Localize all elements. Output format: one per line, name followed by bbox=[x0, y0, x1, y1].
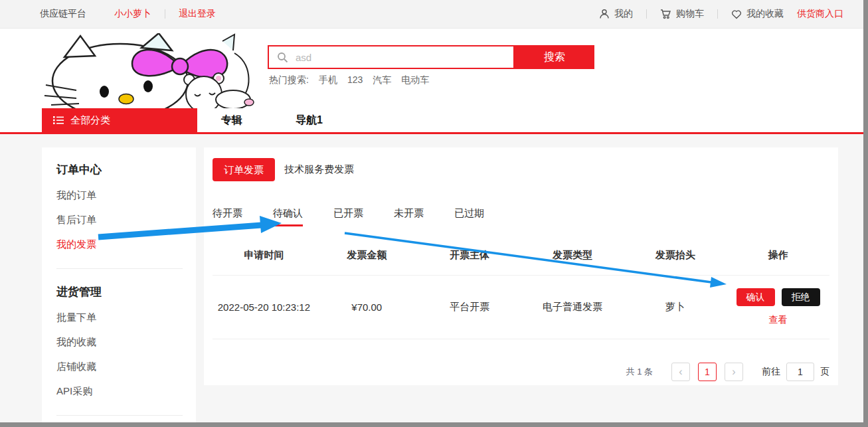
col-amount: 发票金额 bbox=[315, 249, 418, 262]
invoice-table-row: 2022-05-20 10:23:12 ¥70.00 平台开票 电子普通发票 萝… bbox=[213, 276, 829, 339]
pagination: 共 1 条 ‹ 1 › 前往 页 bbox=[213, 363, 829, 381]
favorites-link[interactable]: 我的收藏 bbox=[731, 8, 784, 20]
col-issuer: 开票主体 bbox=[418, 249, 521, 262]
sidebar-item-api-purchase[interactable]: API采购 bbox=[56, 385, 183, 398]
goto-page-group: 前往 页 bbox=[762, 363, 829, 381]
topbar-right-group: 我的 购物车 我的收藏 供货商入口 bbox=[599, 8, 843, 20]
main-nav: 专辑 导航1 bbox=[221, 108, 323, 132]
tab-pending-confirm[interactable]: 待确认 bbox=[273, 207, 303, 220]
hot-keyword[interactable]: 手机 bbox=[319, 74, 337, 86]
tab-not-issued[interactable]: 未开票 bbox=[394, 207, 424, 220]
sidebar-section-purchasing: 进货管理 批量下单 我的收藏 店铺收藏 API采购 bbox=[56, 268, 183, 415]
col-apply-time: 申请时间 bbox=[213, 249, 315, 262]
view-link[interactable]: 查看 bbox=[769, 314, 788, 326]
cart-icon bbox=[660, 9, 671, 19]
invoice-panel: 订单发票 技术服务费发票 待开票 待确认 已开票 未开票 已过期 申请时间 发票… bbox=[204, 147, 838, 385]
prev-page-button[interactable]: ‹ bbox=[671, 363, 690, 381]
cell-amount: ¥70.00 bbox=[315, 301, 418, 313]
all-categories-button[interactable]: 全部分类 bbox=[42, 108, 197, 132]
goto-page-input[interactable] bbox=[786, 363, 814, 381]
invoice-type-tabs: 订单发票 技术服务费发票 bbox=[213, 158, 829, 181]
tab-tech-service-invoice[interactable]: 技术服务费发票 bbox=[284, 163, 354, 176]
divider bbox=[646, 9, 647, 19]
col-invoice-title: 发票抬头 bbox=[624, 249, 727, 262]
nav-item-nav1[interactable]: 导航1 bbox=[296, 114, 323, 128]
my-account-link[interactable]: 我的 bbox=[599, 8, 633, 20]
next-page-button[interactable]: › bbox=[725, 363, 743, 381]
logout-link[interactable]: 退出登录 bbox=[179, 8, 216, 20]
pagination-total: 共 1 条 bbox=[626, 366, 653, 378]
cell-issuer: 平台开票 bbox=[418, 301, 521, 313]
search-bar: 搜索 bbox=[268, 45, 594, 69]
tab-issued[interactable]: 已开票 bbox=[333, 207, 363, 220]
topbar-left-group: 供应链平台 小小萝卜 退出登录 bbox=[40, 8, 216, 20]
account-sidebar: 订单中心 我的订单 售后订单 我的发票 进货管理 批量下单 我的收藏 店铺收藏 … bbox=[42, 147, 196, 427]
hot-keyword[interactable]: 电动车 bbox=[401, 74, 429, 86]
nav-item-album[interactable]: 专辑 bbox=[221, 114, 242, 128]
all-categories-label: 全部分类 bbox=[70, 114, 110, 127]
sidebar-section-title: 进货管理 bbox=[56, 284, 183, 299]
invoice-table-header: 申请时间 发票金额 开票主体 发票类型 发票抬头 操作 bbox=[213, 249, 829, 276]
action-buttons: 确认 拒绝 bbox=[737, 288, 820, 306]
search-button[interactable]: 搜索 bbox=[515, 45, 594, 69]
category-list-icon bbox=[53, 116, 64, 125]
confirm-button[interactable]: 确认 bbox=[737, 288, 775, 306]
col-actions: 操作 bbox=[727, 249, 829, 262]
current-page-button[interactable]: 1 bbox=[698, 363, 717, 381]
sidebar-section-orders: 订单中心 我的订单 售后订单 我的发票 bbox=[56, 162, 183, 268]
tab-expired[interactable]: 已过期 bbox=[454, 207, 484, 220]
platform-brand-link[interactable]: 供应链平台 bbox=[40, 8, 86, 20]
sidebar-item-bulk-order[interactable]: 批量下单 bbox=[56, 311, 183, 324]
user-icon bbox=[599, 9, 610, 19]
page-unit-label: 页 bbox=[820, 366, 829, 378]
invoice-status-tabs: 待开票 待确认 已开票 未开票 已过期 bbox=[213, 207, 829, 220]
sidebar-item-my-orders[interactable]: 我的订单 bbox=[56, 189, 183, 202]
sidebar-item-shop-favorites[interactable]: 店铺收藏 bbox=[56, 361, 183, 373]
cell-invoice-title: 萝卜 bbox=[624, 301, 727, 313]
hot-search-label: 热门搜索: bbox=[269, 74, 309, 86]
hot-keyword[interactable]: 123 bbox=[347, 74, 363, 86]
tab-order-invoice[interactable]: 订单发票 bbox=[213, 158, 275, 181]
top-utility-bar: 供应链平台 小小萝卜 退出登录 我的 购物车 bbox=[0, 0, 868, 29]
search-input[interactable] bbox=[294, 51, 513, 64]
search-input-wrap bbox=[268, 45, 515, 69]
sidebar-item-my-favorites[interactable]: 我的收藏 bbox=[56, 336, 183, 349]
cell-invoice-type: 电子普通发票 bbox=[521, 301, 624, 313]
window-right-edge bbox=[863, 0, 868, 427]
username-link[interactable]: 小小萝卜 bbox=[114, 8, 151, 20]
divider bbox=[717, 9, 718, 19]
tab-pending-issue[interactable]: 待开票 bbox=[213, 207, 242, 220]
site-logo-cat bbox=[42, 33, 259, 108]
sidebar-item-aftersale-orders[interactable]: 售后订单 bbox=[56, 214, 183, 226]
divider bbox=[165, 9, 165, 19]
hot-keyword[interactable]: 汽车 bbox=[373, 74, 391, 86]
cell-actions: 确认 拒绝 查看 bbox=[727, 288, 829, 326]
sidebar-item-my-invoices[interactable]: 我的发票 bbox=[56, 238, 183, 251]
search-icon bbox=[277, 52, 288, 63]
heart-icon bbox=[731, 9, 742, 19]
sidebar-section-title: 订单中心 bbox=[56, 162, 183, 177]
cell-apply-time: 2022-05-20 10:23:12 bbox=[213, 301, 315, 313]
hot-search-row: 热门搜索: 手机 123 汽车 电动车 bbox=[269, 74, 429, 86]
col-invoice-type: 发票类型 bbox=[521, 249, 624, 262]
supplier-entry-link[interactable]: 供货商入口 bbox=[797, 8, 843, 20]
cart-link[interactable]: 购物车 bbox=[660, 8, 704, 20]
reject-button[interactable]: 拒绝 bbox=[782, 288, 820, 306]
invoice-table: 申请时间 发票金额 开票主体 发票类型 发票抬头 操作 2022-05-20 1… bbox=[213, 249, 829, 339]
window-bottom-edge bbox=[0, 422, 868, 427]
goto-label: 前往 bbox=[762, 366, 780, 378]
